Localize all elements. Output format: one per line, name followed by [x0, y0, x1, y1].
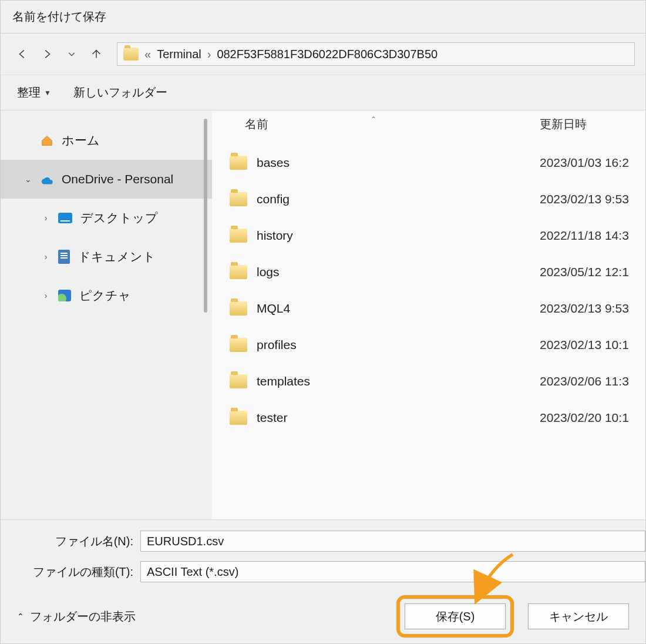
file-name: bases [257, 156, 540, 170]
file-row[interactable]: config2023/02/13 9:53 [212, 181, 645, 217]
file-row[interactable]: templates2023/02/06 11:3 [212, 363, 645, 400]
breadcrumb-current[interactable]: 082F53F5881F3D6022DF806C3D307B50 [217, 48, 438, 61]
new-folder-button[interactable]: 新しいフォルダー [73, 85, 167, 100]
chevron-right-icon: › [42, 291, 50, 300]
sidebar-item-pictures[interactable]: › ピクチャ [1, 276, 212, 315]
file-date: 2023/02/13 9:53 [540, 301, 645, 316]
sidebar-item-desktop[interactable]: › デスクトップ [1, 199, 212, 237]
file-date: 2022/11/18 14:3 [540, 229, 645, 243]
organize-menu[interactable]: 整理 ▼ [17, 85, 51, 100]
forward-button[interactable] [36, 43, 58, 65]
file-date: 2023/05/12 12:1 [540, 265, 645, 279]
filename-value: EURUSD1.csv [147, 535, 224, 548]
folder-icon [230, 156, 247, 170]
save-highlight: 保存(S) [396, 595, 514, 638]
column-headers: 名前 ⌃ 更新日時 [212, 110, 645, 137]
titlebar: 名前を付けて保存 [1, 1, 645, 33]
column-modified[interactable]: 更新日時 [540, 116, 645, 132]
file-row[interactable]: MQL42023/02/13 9:53 [212, 290, 645, 327]
column-modified-label: 更新日時 [540, 118, 587, 130]
file-row[interactable]: history2022/11/18 14:3 [212, 217, 645, 254]
cloud-icon [41, 175, 53, 184]
file-name: templates [257, 374, 540, 388]
save-button-label: 保存(S) [436, 609, 475, 625]
chevron-down-icon: ⌄ [24, 175, 32, 184]
bottom-panel: ファイル名(N): EURUSD1.csv ファイルの種類(T): ASCII … [1, 519, 645, 643]
arrow-right-icon [41, 48, 53, 61]
filename-label: ファイル名(N): [1, 534, 140, 549]
folder-icon [230, 338, 247, 352]
cancel-button[interactable]: キャンセル [528, 603, 629, 629]
file-row[interactable]: profiles2023/02/13 10:1 [212, 327, 645, 363]
filename-input[interactable]: EURUSD1.csv [140, 531, 645, 552]
breadcrumb-parent[interactable]: Terminal [157, 48, 201, 61]
picture-icon [58, 290, 71, 301]
new-folder-label: 新しいフォルダー [73, 85, 167, 100]
file-row[interactable]: bases2023/01/03 16:2 [212, 145, 645, 181]
file-date: 2023/02/13 9:53 [540, 192, 645, 206]
toolbar: 整理 ▼ 新しいフォルダー [1, 75, 645, 110]
folder-icon [230, 411, 247, 425]
folder-icon [230, 265, 247, 279]
file-name: logs [257, 265, 540, 279]
caret-down-icon: ▼ [44, 89, 51, 97]
home-icon [41, 135, 53, 146]
file-row[interactable]: tester2023/02/20 10:1 [212, 400, 645, 436]
chevron-down-icon [67, 49, 76, 59]
nav-row: « Terminal › 082F53F5881F3D6022DF806C3D3… [1, 33, 645, 75]
hide-folders-toggle[interactable]: ⌃ フォルダーの非表示 [17, 609, 136, 625]
file-date: 2023/01/03 16:2 [540, 156, 645, 170]
sidebar-scrollbar[interactable] [204, 119, 207, 313]
column-name[interactable]: 名前 ⌃ [212, 116, 540, 132]
sidebar-item-label: ドキュメント [78, 249, 156, 265]
dialog-title: 名前を付けて保存 [12, 9, 106, 25]
chevron-right-icon: › [207, 48, 211, 61]
sidebar-item-label: ホーム [62, 132, 100, 149]
folder-icon [123, 48, 139, 61]
content: ホーム ⌄ OneDrive - Personal › デスクトップ › ドキュ… [1, 110, 645, 519]
arrow-up-icon [90, 48, 103, 61]
folder-icon [230, 192, 247, 206]
sidebar-item-label: ピクチャ [79, 287, 131, 304]
file-name: tester [257, 411, 540, 425]
back-button[interactable] [11, 43, 33, 65]
sort-caret-icon: ⌃ [371, 115, 376, 123]
dialog-actions: 保存(S) キャンセル [396, 595, 629, 638]
sidebar-item-label: OneDrive - Personal [62, 172, 173, 186]
file-name: config [257, 192, 540, 206]
file-list-pane: 名前 ⌃ 更新日時 bases2023/01/03 16:2config2023… [212, 110, 645, 519]
sidebar: ホーム ⌄ OneDrive - Personal › デスクトップ › ドキュ… [1, 110, 212, 519]
address-bar[interactable]: « Terminal › 082F53F5881F3D6022DF806C3D3… [117, 42, 635, 66]
sidebar-item-documents[interactable]: › ドキュメント [1, 237, 212, 276]
filetype-row: ファイルの種類(T): ASCII Text (*.csv) [1, 559, 645, 585]
file-name: MQL4 [257, 301, 540, 316]
folder-icon [230, 374, 247, 388]
file-date: 2023/02/06 11:3 [540, 374, 645, 388]
save-button[interactable]: 保存(S) [405, 603, 506, 629]
arrow-left-icon [16, 48, 29, 61]
chevron-up-icon: ⌃ [17, 612, 24, 621]
file-list: bases2023/01/03 16:2config2023/02/13 9:5… [212, 137, 645, 519]
filetype-value: ASCII Text (*.csv) [147, 565, 238, 579]
file-name: profiles [257, 338, 540, 352]
filename-row: ファイル名(N): EURUSD1.csv [1, 528, 645, 554]
organize-label: 整理 [17, 85, 41, 100]
file-name: history [257, 229, 540, 243]
desktop-icon [58, 213, 72, 223]
folder-icon [230, 229, 247, 243]
file-row[interactable]: logs2023/05/12 12:1 [212, 254, 645, 290]
recent-locations-button[interactable] [60, 43, 83, 65]
sidebar-item-label: デスクトップ [80, 210, 158, 226]
file-date: 2023/02/13 10:1 [540, 338, 645, 352]
chevron-right-icon: › [42, 213, 50, 223]
document-icon [58, 250, 70, 264]
filetype-select[interactable]: ASCII Text (*.csv) [140, 561, 645, 582]
sidebar-item-home[interactable]: ホーム [1, 121, 212, 160]
filetype-label: ファイルの種類(T): [1, 564, 140, 580]
sidebar-item-onedrive[interactable]: ⌄ OneDrive - Personal [1, 160, 212, 199]
up-button[interactable] [85, 43, 107, 65]
file-date: 2023/02/20 10:1 [540, 411, 645, 425]
folder-icon [230, 301, 247, 316]
save-dialog: 名前を付けて保存 « Terminal › 082F53F5881F3D6022… [0, 0, 646, 644]
column-name-label: 名前 [245, 118, 268, 130]
